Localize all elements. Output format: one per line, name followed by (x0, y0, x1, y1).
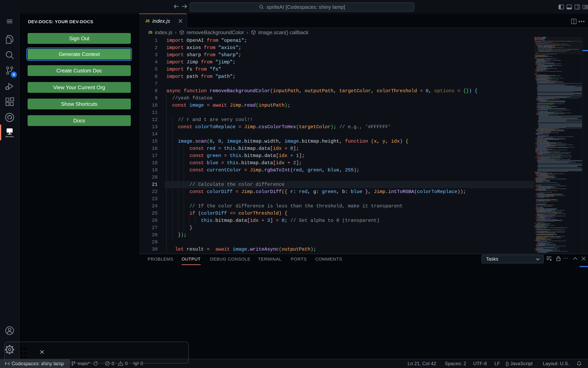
svg-text:Dev-Docs: Dev-Docs (5, 135, 14, 138)
